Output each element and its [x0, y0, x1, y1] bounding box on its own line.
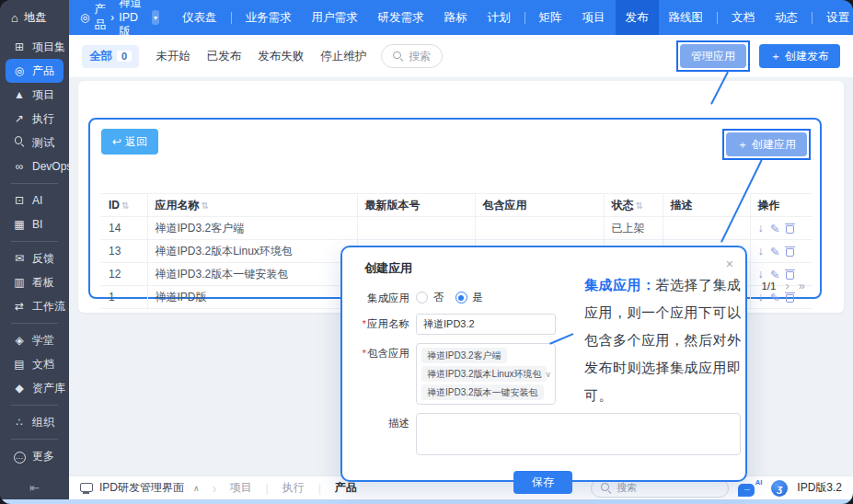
content-area: ↩ 返回 ＋ 创建应用 [69, 77, 853, 475]
sidebar-item-kanban[interactable]: ▥ 看板 [6, 270, 63, 294]
nav-item-dev-req[interactable]: 研发需求 [368, 0, 434, 35]
integration-label: 集成应用 [355, 288, 409, 305]
radio-yes-label[interactable]: 是 [473, 291, 484, 304]
nav-item-doc[interactable]: 文档 [721, 0, 765, 35]
nav-item-dashboard[interactable]: 仪表盘 [172, 0, 227, 35]
sidebar-item-workflow[interactable]: ⇄ 工作流 [6, 294, 63, 318]
annotation-note: 集成应用：若选择了集成应用，则一个应用下可以包含多个应用，然后对外发布时则选择集… [584, 271, 754, 409]
breadcrumb-separator: › [110, 11, 114, 24]
chevron-down-icon[interactable]: ▾ [152, 10, 159, 25]
main-area: ◎ 产品 › 禅道IPD版 ▾ 仪表盘 业务需求 用户需求 研发需求 路标 计划… [69, 0, 853, 499]
desc-textarea[interactable] [416, 413, 741, 455]
sidebar-item-program[interactable]: ⊞ 项目集 [6, 35, 63, 59]
search-input[interactable]: 搜索 [381, 44, 443, 68]
chart-icon: ▦ [13, 218, 26, 231]
manage-apps-button[interactable]: 管理应用 [680, 44, 746, 68]
sort-icon[interactable]: ⇅ [121, 200, 129, 211]
nav-item-business-req[interactable]: 业务需求 [236, 0, 302, 35]
sidebar-item-school[interactable]: ◈ 学堂 [6, 328, 63, 352]
navbar-section-label: 产品 [94, 2, 106, 33]
tab-failed[interactable]: 发布失败 [258, 49, 304, 64]
col-header-version: 最新版本号 [357, 194, 475, 217]
nav-item-user-req[interactable]: 用户需求 [302, 0, 368, 35]
app-name-input[interactable] [416, 314, 556, 335]
cell-name[interactable]: 禅道IPD3.2客户端 [147, 217, 357, 240]
sidebar-collapse-button[interactable]: ⇤ [0, 475, 69, 499]
next-page-button[interactable]: › [785, 279, 789, 292]
back-button[interactable]: ↩ 返回 [101, 129, 158, 155]
edit-icon[interactable]: ✎ [770, 245, 779, 258]
crumb-execution[interactable]: 执行 [282, 480, 305, 496]
sort-icon[interactable]: ⇅ [202, 200, 209, 211]
nav-item-settings[interactable]: 设置 [816, 0, 853, 35]
sidebar-item-project[interactable]: ▲ 项目 [6, 83, 63, 107]
nav-item-plan[interactable]: 计划 [478, 0, 521, 35]
radio-no-label[interactable]: 否 [433, 291, 444, 304]
edit-icon[interactable]: ✎ [770, 222, 779, 235]
download-icon[interactable]: ↓ [758, 245, 764, 258]
save-button[interactable]: 保存 [513, 471, 572, 494]
sidebar-item-assets[interactable]: ◆ 资产库 [6, 376, 63, 400]
tab-all[interactable]: 全部 0 [82, 45, 139, 68]
cell-name[interactable]: 禅道IPD3.2版本Linux环境包 [147, 240, 357, 263]
nav-item-roadsign[interactable]: 路标 [434, 0, 478, 35]
selected-app-tag[interactable]: 禅道IPD3.2客户端 [421, 348, 507, 363]
trash-icon[interactable] [786, 292, 794, 303]
trash-icon[interactable] [786, 269, 794, 280]
tab-released[interactable]: 已发布 [207, 49, 242, 64]
zentao-logo[interactable]: ʒ [771, 480, 788, 497]
crumb-product[interactable]: 产品 [335, 480, 357, 496]
tab-not-started[interactable]: 未开始 [156, 49, 190, 64]
selected-app-tag[interactable]: 禅道IPD3.2版本Linux环境包 [421, 366, 547, 382]
col-header-status[interactable]: 状态⇅ [604, 194, 663, 217]
download-icon[interactable]: ↓ [758, 291, 764, 304]
sort-icon[interactable]: ⇅ [636, 200, 643, 211]
app-switcher[interactable]: IPD研发管理界面 [99, 480, 184, 496]
sidebar-item-feedback[interactable]: ✉ 反馈 [6, 246, 63, 270]
cell-name[interactable]: 禅道IPD版 [147, 286, 357, 309]
last-page-button[interactable]: » [799, 279, 805, 292]
chevron-down-icon: ∨ [545, 370, 551, 379]
sidebar-item-ai[interactable]: ⊡ AI [6, 189, 63, 212]
sidebar-item-qa[interactable]: 测试 [6, 131, 63, 155]
sidebar-item-home[interactable]: ⌂ 地盘 [0, 0, 69, 35]
nav-item-dynamics[interactable]: 动态 [765, 0, 808, 35]
close-icon[interactable]: × [726, 258, 733, 270]
nav-item-roadmap[interactable]: 路线图 [659, 0, 714, 35]
col-header-name[interactable]: 应用名称⇅ [147, 194, 357, 217]
sidebar-item-doc[interactable]: ▤ 文档 [6, 352, 63, 376]
sidebar-item-execution[interactable]: ↗ 执行 [6, 107, 63, 131]
create-app-button[interactable]: ＋ 创建应用 [726, 132, 807, 156]
more-icon: … [13, 449, 26, 464]
col-header-id[interactable]: ID⇅ [101, 194, 147, 217]
sidebar-item-org[interactable]: ∴ 组织 [6, 410, 63, 434]
sidebar-item-devops[interactable]: ∞ DevOps [6, 155, 63, 178]
sidebar-item-bi[interactable]: ▦ BI [6, 212, 63, 236]
radio-no[interactable] [416, 292, 428, 304]
product-switcher[interactable]: ◎ 产品 › 禅道IPD版 ▾ [69, 0, 172, 40]
cell-name[interactable]: 禅道IPD3.2版本一键安装包 [147, 263, 357, 286]
nav-item-project[interactable]: 项目 [572, 0, 616, 35]
download-icon[interactable]: ↓ [758, 222, 764, 235]
include-apps-label: *包含应用 [355, 343, 409, 361]
sidebar-item-more[interactable]: … 更多 [6, 444, 63, 468]
sidebar-item-product[interactable]: ◎ 产品 [6, 59, 63, 83]
selected-app-tag[interactable]: 禅道IPD3.2版本一键安装包 [421, 384, 544, 400]
tab-stopped[interactable]: 停止维护 [320, 49, 366, 64]
create-release-label: 创建发布 [785, 49, 829, 64]
sidebar-divider [11, 405, 58, 406]
annotation-lead: 集成应用： [584, 277, 656, 292]
nav-item-matrix[interactable]: 矩阵 [529, 0, 572, 35]
crumb-project[interactable]: 项目 [230, 480, 252, 496]
include-apps-select[interactable]: 禅道IPD3.2客户端 禅道IPD3.2版本Linux环境包 禅道IPD3.2版… [416, 343, 556, 405]
nav-item-release[interactable]: 发布 [616, 0, 659, 35]
pagination: 1/1 › » [761, 279, 805, 292]
tab-count-badge: 0 [117, 51, 132, 62]
ai-assistant-button[interactable]: ··· AI [738, 480, 762, 497]
trash-icon[interactable] [786, 223, 794, 234]
create-release-button[interactable]: ＋ 创建发布 [759, 44, 840, 68]
trash-icon[interactable] [786, 246, 794, 257]
manage-apps-highlight: 管理应用 [676, 40, 750, 72]
radio-yes[interactable] [455, 292, 467, 304]
chevron-up-icon[interactable]: ∧ [193, 484, 200, 493]
